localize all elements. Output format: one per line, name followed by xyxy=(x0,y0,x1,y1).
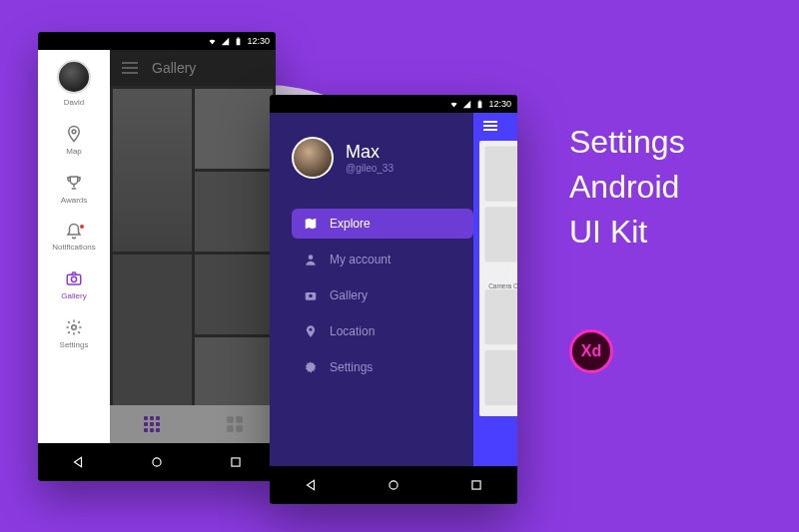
gear-icon xyxy=(65,318,83,336)
svg-point-13 xyxy=(310,328,313,331)
sidebar-nav: David Map Awards Notifications Gallery S… xyxy=(38,50,110,443)
peek-card: Camera C xyxy=(479,141,517,416)
svg-rect-7 xyxy=(232,458,240,466)
promo-line: Settings xyxy=(569,120,685,165)
person-icon xyxy=(304,253,318,266)
peek-label: Camera C xyxy=(488,283,517,289)
svg-point-12 xyxy=(309,294,313,298)
svg-rect-1 xyxy=(238,37,240,38)
wifi-icon xyxy=(449,100,458,109)
phone-mockup-gallery: 12:30 David Map Awards Notifications Gal… xyxy=(38,32,276,481)
menu-item-label: Gallery xyxy=(330,288,368,302)
signal-icon xyxy=(462,100,471,109)
status-time: 12:30 xyxy=(488,99,511,109)
svg-point-4 xyxy=(71,276,76,281)
home-icon[interactable] xyxy=(387,478,400,492)
wifi-icon xyxy=(208,37,217,46)
android-nav-bar xyxy=(38,443,276,481)
svg-point-2 xyxy=(72,130,76,134)
menu-item-settings[interactable]: Settings xyxy=(292,352,473,382)
svg-rect-16 xyxy=(472,481,480,489)
avatar xyxy=(292,137,334,179)
menu-item-label: Settings xyxy=(330,360,373,374)
svg-point-6 xyxy=(153,458,161,466)
sidebar-item-label: Notifications xyxy=(52,243,96,252)
sidebar-item-notifications[interactable]: Notifications xyxy=(52,223,96,252)
hamburger-icon xyxy=(483,121,497,131)
sidebar-item-label: Settings xyxy=(60,340,89,349)
svg-rect-8 xyxy=(478,101,482,108)
placeholder-thumb xyxy=(485,147,517,202)
battery-icon xyxy=(234,37,243,46)
signal-icon xyxy=(221,37,230,46)
menu-item-label: My account xyxy=(330,253,391,266)
menu-item-location[interactable]: Location xyxy=(292,316,473,346)
map-icon xyxy=(304,217,318,231)
placeholder-thumb xyxy=(485,207,517,262)
status-time: 12:30 xyxy=(247,36,270,46)
drawer-menu: Explore My account Gallery Location Sett… xyxy=(292,209,473,382)
svg-rect-9 xyxy=(479,100,481,101)
user-handle: @gileo_33 xyxy=(346,163,394,174)
trophy-icon xyxy=(65,174,83,192)
sidebar-item-settings[interactable]: Settings xyxy=(60,318,89,349)
placeholder-thumb xyxy=(485,350,517,405)
pin-icon xyxy=(65,125,83,143)
back-icon[interactable] xyxy=(71,455,85,469)
phone-mockup-drawer: 12:30 Max @gileo_33 Explore My account xyxy=(270,95,517,504)
status-bar: 12:30 xyxy=(270,95,517,113)
recent-icon[interactable] xyxy=(469,478,483,492)
menu-item-label: Explore xyxy=(330,217,371,231)
user-block[interactable]: Max @gileo_33 xyxy=(292,137,473,179)
drawer-nav: Max @gileo_33 Explore My account Gallery xyxy=(270,113,473,466)
promo-line: Android xyxy=(569,165,685,210)
back-icon[interactable] xyxy=(304,478,318,492)
menu-item-gallery[interactable]: Gallery xyxy=(292,280,473,310)
promo-title: Settings Android UI Kit xyxy=(569,120,685,254)
notification-dot-icon xyxy=(80,225,84,229)
pin-icon xyxy=(304,324,318,338)
sidebar-item-label: Awards xyxy=(61,196,88,205)
promo-line: UI Kit xyxy=(569,210,685,255)
sidebar-item-awards[interactable]: Awards xyxy=(61,174,88,205)
placeholder-thumb xyxy=(485,289,517,344)
menu-item-account[interactable]: My account xyxy=(292,245,473,274)
svg-rect-0 xyxy=(237,38,241,45)
menu-item-explore[interactable]: Explore xyxy=(292,209,473,239)
android-nav-bar xyxy=(270,466,517,504)
camera-icon xyxy=(304,288,318,302)
avatar[interactable] xyxy=(57,60,91,94)
user-name: Max xyxy=(346,142,394,163)
battery-icon xyxy=(475,100,484,109)
gear-icon xyxy=(304,360,318,374)
svg-point-5 xyxy=(72,325,77,330)
xd-badge-icon: Xd xyxy=(569,329,613,373)
gallery-content: Gallery xyxy=(110,50,276,443)
sidebar-item-label: Map xyxy=(66,147,82,156)
sidebar-username: David xyxy=(64,98,84,107)
sidebar-item-gallery[interactable]: Gallery xyxy=(61,269,86,300)
status-bar: 12:30 xyxy=(38,32,276,50)
content-dim-overlay xyxy=(110,50,276,443)
content-peek[interactable]: Camera C xyxy=(473,113,517,466)
menu-item-label: Location xyxy=(330,324,375,338)
svg-point-10 xyxy=(309,255,314,260)
recent-icon[interactable] xyxy=(229,455,243,469)
svg-point-15 xyxy=(390,481,398,489)
sidebar-item-map[interactable]: Map xyxy=(65,125,83,156)
camera-icon xyxy=(65,269,83,287)
home-icon[interactable] xyxy=(150,455,164,469)
sidebar-item-label: Gallery xyxy=(61,291,86,300)
